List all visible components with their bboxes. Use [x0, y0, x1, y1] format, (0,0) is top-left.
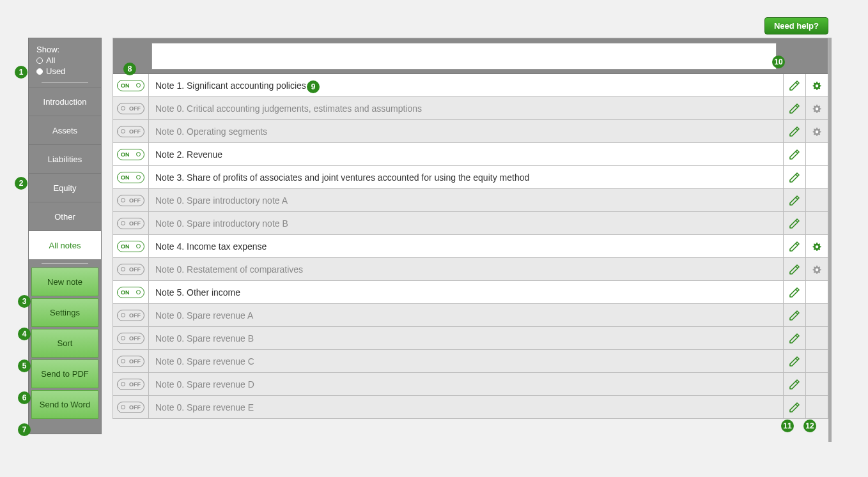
note-title[interactable]: Note 0. Critical accounting judgements, … — [149, 97, 783, 119]
note-edit-cell — [783, 97, 805, 119]
callout-marker-8: 8 — [123, 63, 136, 75]
gear-icon[interactable] — [811, 126, 823, 137]
pencil-icon[interactable] — [789, 264, 800, 275]
note-gear-cell — [805, 304, 828, 326]
toggle-label: OFF — [129, 105, 141, 112]
note-toggle-cell: ON — [113, 166, 149, 188]
toggle-off[interactable]: OFF — [117, 310, 144, 321]
toggle-label: OFF — [129, 220, 141, 227]
new-note-button[interactable]: New note — [31, 268, 98, 296]
toggle-on[interactable]: ON — [117, 287, 144, 298]
note-row: OFFNote 0. Spare revenue C — [113, 350, 828, 373]
toggle-dot-icon — [136, 244, 141, 248]
toggle-off[interactable]: OFF — [117, 103, 144, 114]
pencil-icon[interactable] — [789, 287, 800, 298]
toggle-label: OFF — [129, 358, 141, 365]
toggle-label: OFF — [129, 335, 141, 342]
sidebar-category-introduction[interactable]: Introduction — [29, 87, 101, 116]
note-title[interactable]: Note 1. Significant accounting policies — [149, 74, 783, 96]
note-title[interactable]: Note 4. Income tax expense — [149, 235, 783, 257]
toggle-label: OFF — [129, 266, 141, 273]
pencil-icon[interactable] — [789, 241, 800, 252]
pencil-icon[interactable] — [789, 402, 800, 413]
note-title[interactable]: Note 0. Spare introductory note B — [149, 212, 783, 234]
toggle-off[interactable]: OFF — [117, 379, 144, 390]
note-gear-cell — [805, 166, 828, 188]
show-option-all[interactable]: All — [36, 56, 95, 65]
toggle-label: OFF — [129, 128, 141, 135]
note-title[interactable]: Note 0. Spare revenue B — [149, 327, 783, 349]
note-edit-cell — [783, 235, 805, 257]
note-title[interactable]: Note 2. Revenue — [149, 143, 783, 165]
gear-icon[interactable] — [811, 80, 823, 91]
toggle-on[interactable]: ON — [117, 149, 144, 160]
note-title[interactable]: Note 0. Spare revenue A — [149, 304, 783, 326]
settings-button[interactable]: Settings — [31, 298, 98, 327]
sidebar-category-equity[interactable]: Equity — [29, 173, 101, 202]
need-help-button[interactable]: Need help? — [764, 17, 828, 34]
note-title[interactable]: Note 0. Spare revenue D — [149, 373, 783, 395]
show-filter-block: Show: All Used — [29, 38, 101, 79]
pencil-icon[interactable] — [789, 310, 800, 321]
toggle-off[interactable]: OFF — [117, 195, 144, 206]
sidebar-category-assets[interactable]: Assets — [29, 116, 101, 144]
pencil-icon[interactable] — [789, 126, 800, 137]
toggle-label: ON — [121, 174, 130, 181]
gear-icon[interactable] — [811, 103, 823, 114]
note-row: ONNote 2. Revenue — [113, 143, 828, 166]
toggle-off[interactable]: OFF — [117, 333, 144, 344]
toggle-on[interactable]: ON — [117, 172, 144, 183]
sidebar-category-all-notes[interactable]: All notes — [29, 231, 101, 259]
pencil-icon[interactable] — [789, 80, 800, 91]
gear-icon[interactable] — [811, 264, 823, 275]
toggle-on[interactable]: ON — [117, 241, 144, 252]
note-edit-cell — [783, 258, 805, 280]
note-title[interactable]: Note 0. Spare revenue C — [149, 350, 783, 372]
toggle-off[interactable]: OFF — [117, 126, 144, 137]
note-edit-cell — [783, 281, 805, 303]
note-edit-cell — [783, 396, 805, 418]
scrollbar[interactable] — [828, 38, 832, 442]
toggle-off[interactable]: OFF — [117, 218, 144, 229]
pencil-icon[interactable] — [789, 172, 800, 183]
callout-marker-3: 3 — [18, 295, 31, 308]
note-row: ONNote 1. Significant accounting policie… — [113, 74, 828, 97]
sidebar-category-other[interactable]: Other — [29, 202, 101, 231]
pencil-icon[interactable] — [789, 195, 800, 206]
send-to-pdf-button[interactable]: Send to PDF — [31, 360, 98, 388]
note-gear-cell — [805, 396, 828, 418]
note-title[interactable]: Note 0. Spare revenue E — [149, 396, 783, 418]
note-edit-cell — [783, 189, 805, 211]
pencil-icon[interactable] — [789, 379, 800, 390]
note-title[interactable]: Note 5. Other income — [149, 281, 783, 303]
callout-marker-7: 7 — [18, 423, 31, 436]
toggle-dot-icon — [121, 221, 125, 225]
toggle-on[interactable]: ON — [117, 80, 144, 91]
note-gear-cell — [805, 143, 828, 165]
toggle-off[interactable]: OFF — [117, 356, 144, 367]
pencil-icon[interactable] — [789, 356, 800, 367]
sidebar-category-liabilities[interactable]: Liabilities — [29, 144, 101, 173]
note-title[interactable]: Note 3. Share of profits of associates a… — [149, 166, 783, 188]
toggle-label: ON — [121, 82, 130, 89]
callout-marker-5: 5 — [18, 360, 31, 372]
note-title[interactable]: Note 0. Operating segments — [149, 120, 783, 142]
note-gear-cell — [805, 97, 828, 119]
search-input[interactable] — [151, 43, 777, 70]
send-to-word-button[interactable]: Send to Word — [31, 390, 98, 419]
callout-marker-9: 9 — [307, 80, 320, 93]
toggle-dot-icon — [136, 152, 141, 156]
note-title[interactable]: Note 0. Restatement of comparatives — [149, 258, 783, 280]
toggle-dot-icon — [121, 382, 125, 386]
note-row: OFFNote 0. Spare revenue B — [113, 327, 828, 350]
gear-icon[interactable] — [811, 241, 823, 252]
toggle-off[interactable]: OFF — [117, 402, 144, 413]
sort-button[interactable]: Sort — [31, 329, 98, 358]
pencil-icon[interactable] — [789, 103, 800, 114]
pencil-icon[interactable] — [789, 218, 800, 229]
pencil-icon[interactable] — [789, 333, 800, 344]
show-option-used[interactable]: Used — [36, 66, 95, 76]
pencil-icon[interactable] — [789, 149, 800, 160]
toggle-off[interactable]: OFF — [117, 264, 144, 275]
note-title[interactable]: Note 0. Spare introductory note A — [149, 189, 783, 211]
